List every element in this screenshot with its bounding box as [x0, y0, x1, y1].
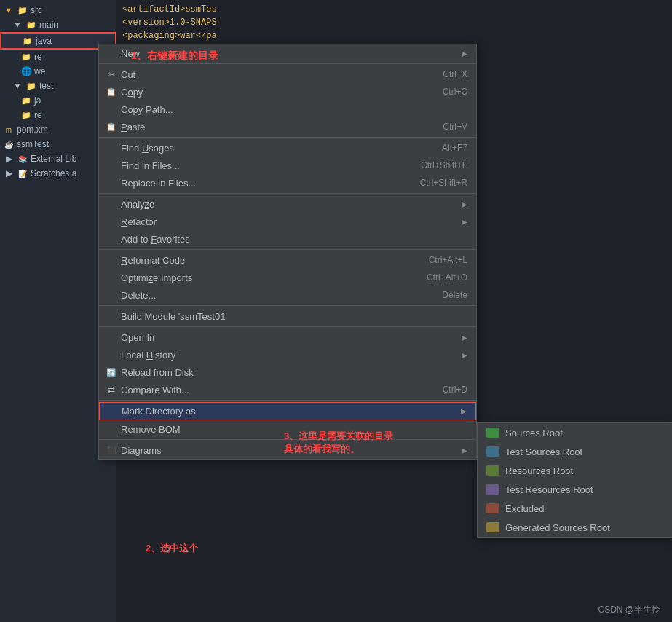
- separator-1: [99, 63, 476, 64]
- menu-item-favorites[interactable]: Add to Favorites: [99, 230, 476, 248]
- menu-label-findusages: Find Usages: [121, 143, 427, 154]
- copy-shortcut: Ctrl+C: [443, 87, 467, 97]
- diagrams-icon: ⬛: [105, 446, 118, 454]
- menu-item-build[interactable]: Build Module 'ssmTest01': [99, 307, 476, 325]
- test-resources-root-icon: [486, 484, 499, 495]
- tree-label-test: test: [39, 81, 53, 91]
- menu-item-optimize[interactable]: Optimize Imports Ctrl+Alt+O: [99, 269, 476, 286]
- menu-item-delete[interactable]: Delete... Delete: [99, 286, 476, 304]
- menu-label-build: Build Module 'ssmTest01': [121, 311, 467, 322]
- folder-icon-src2: 📁: [17, 4, 28, 16]
- separator-3: [99, 193, 476, 194]
- folder-icon-test: 📁: [25, 80, 37, 92]
- menu-item-markdir[interactable]: Mark Directory as ▶: [99, 402, 476, 420]
- submenu-item-excluded[interactable]: Excluded: [478, 499, 672, 518]
- menu-label-copypath: Copy Path...: [121, 104, 467, 115]
- submenu-item-testresources[interactable]: Test Resources Root: [478, 480, 672, 499]
- menu-label-analyze: Analyze: [121, 199, 456, 210]
- menu-label-copy: Copy: [121, 87, 428, 98]
- annotation-step1: 1、右键新建的目录: [131, 50, 218, 63]
- compare-icon: ⇄: [105, 385, 118, 395]
- menu-label-localhistory: Local History: [121, 350, 456, 361]
- menu-item-findusages[interactable]: Find Usages Alt+F7: [99, 139, 476, 157]
- tree-label-ja: ja: [34, 95, 41, 106]
- separator-5: [99, 305, 476, 306]
- menu-item-compare[interactable]: ⇄ Compare With... Ctrl+D: [99, 381, 476, 398]
- menu-item-reformat[interactable]: Reformat Code Ctrl+Alt+L: [99, 251, 476, 269]
- submenu-item-sources[interactable]: Sources Root: [478, 423, 672, 442]
- replaceinfiles-shortcut: Ctrl+Shift+R: [420, 178, 467, 188]
- tree-label-main: main: [39, 20, 58, 30]
- context-menu: New ▶ ✂ Cut Ctrl+X 📋 Copy Ctrl+C Copy Pa…: [98, 44, 477, 460]
- watermark: CSDN @半生怜: [598, 604, 660, 616]
- tree-item-src[interactable]: ▼ 📁 src: [0, 3, 116, 17]
- menu-item-openin[interactable]: Open In ▶: [99, 328, 476, 346]
- tree-label-ssmtest: ssmTest: [17, 139, 49, 149]
- menu-item-cut[interactable]: ✂ Cut Ctrl+X: [99, 66, 476, 83]
- paste-icon: 📋: [105, 122, 118, 132]
- folder-icon-re1: 📁: [20, 51, 32, 63]
- menu-item-copypath[interactable]: Copy Path...: [99, 101, 476, 118]
- folder-icon-re2: 📁: [20, 109, 32, 121]
- menu-item-copy[interactable]: 📋 Copy Ctrl+C: [99, 83, 476, 101]
- menu-label-reformat: Reformat Code: [121, 255, 414, 266]
- folder-icon-main: 📁: [25, 19, 37, 31]
- submenu-item-gensources[interactable]: Generated Sources Root: [478, 518, 672, 537]
- excluded-icon: [486, 503, 499, 513]
- menu-item-replaceinfiles[interactable]: Replace in Files... Ctrl+Shift+R: [99, 174, 476, 192]
- folder-icon-src: ▼: [3, 4, 15, 16]
- annotation-step3: 3、这里是需要关联的目录 具体的看我写的。: [284, 430, 393, 456]
- tree-label-re1: re: [34, 52, 42, 62]
- submenu-item-testsources[interactable]: Test Sources Root: [478, 442, 672, 461]
- menu-label-findinfiles: Find in Files...: [121, 160, 406, 171]
- submenu-label-excluded: Excluded: [505, 503, 544, 514]
- menu-label-reload: Reload from Disk: [121, 367, 467, 378]
- menu-item-paste[interactable]: 📋 Paste Ctrl+V: [99, 118, 476, 135]
- menu-label-markdir: Mark Directory as: [122, 406, 455, 417]
- localhistory-arrow: ▶: [462, 351, 467, 359]
- cut-icon: ✂: [105, 70, 118, 79]
- tree-item-main[interactable]: ▼ 📁 main: [0, 17, 116, 32]
- menu-item-findinfiles[interactable]: Find in Files... Ctrl+Shift+F: [99, 157, 476, 174]
- cut-shortcut: Ctrl+X: [443, 69, 467, 79]
- openin-arrow: ▶: [462, 334, 467, 342]
- analyze-arrow: ▶: [462, 200, 467, 208]
- separator-6: [99, 326, 476, 327]
- submenu-label-gensources: Generated Sources Root: [505, 522, 610, 533]
- expand-icon-test: ▼: [12, 80, 23, 92]
- submenu-item-resources[interactable]: Resources Root: [478, 461, 672, 480]
- code-line-2: <version>1.0-SNAPS: [122, 16, 666, 29]
- tree-label-src: src: [31, 5, 42, 15]
- submenu-label-testsources: Test Sources Root: [505, 446, 582, 457]
- menu-item-analyze[interactable]: Analyze ▶: [99, 195, 476, 213]
- annotation-step2: 2、选中这个: [146, 542, 198, 555]
- folder-icon-java: 📁: [22, 35, 33, 47]
- menu-item-reload[interactable]: 🔄 Reload from Disk: [99, 363, 476, 381]
- separator-4: [99, 249, 476, 250]
- folder-icon-we: 🌐: [20, 66, 32, 77]
- menu-label-openin: Open In: [121, 332, 456, 343]
- findinfiles-shortcut: Ctrl+Shift+F: [421, 160, 467, 170]
- file-icon-ssmtest: ☕: [3, 138, 15, 150]
- separator-7: [99, 400, 476, 401]
- tree-label-pom: pom.xm: [17, 125, 48, 135]
- menu-label-favorites: Add to Favorites: [121, 234, 467, 245]
- submenu-label-resources: Resources Root: [505, 465, 573, 476]
- folder-icon-extlib: ▶: [3, 153, 15, 165]
- menu-label-delete: Delete...: [121, 290, 427, 301]
- new-arrow: ▶: [462, 50, 467, 58]
- menu-item-localhistory[interactable]: Local History ▶: [99, 346, 476, 363]
- folder-icon-scratches: ▶: [3, 168, 15, 179]
- paste-shortcut: Ctrl+V: [443, 122, 467, 132]
- refactor-arrow: ▶: [462, 218, 467, 226]
- menu-label-compare: Compare With...: [121, 385, 428, 395]
- optimize-shortcut: Ctrl+Alt+O: [427, 272, 467, 283]
- menu-label-cut: Cut: [121, 69, 428, 80]
- menu-item-refactor[interactable]: Refactor ▶: [99, 213, 476, 230]
- code-line-3: <packaging>war</pa: [122, 29, 666, 42]
- tree-label-re2: re: [34, 110, 42, 120]
- folder-icon-ja: 📁: [20, 95, 32, 106]
- submenu-label-testresources: Test Resources Root: [505, 484, 593, 495]
- diagrams-arrow: ▶: [462, 446, 467, 454]
- scratches-icon: 📝: [17, 168, 28, 179]
